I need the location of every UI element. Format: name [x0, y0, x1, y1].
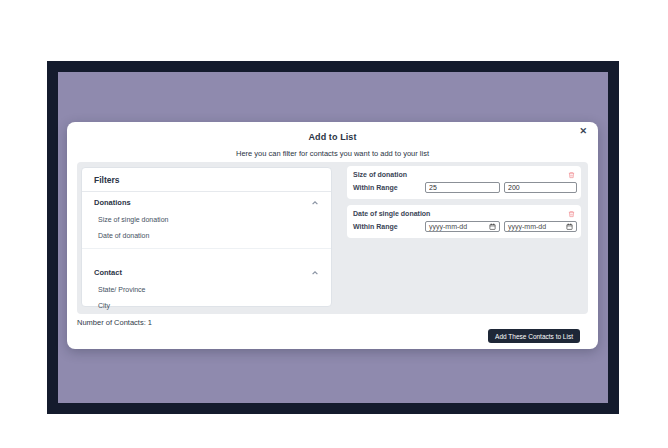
contact-count-text: Number of Contacts: 1 [77, 318, 152, 327]
date-to-input[interactable]: yyyy-mm-dd [504, 221, 577, 232]
date-placeholder: yyyy-mm-dd [429, 223, 467, 230]
active-filter-size-of-donation: Size of donation Within Range [347, 166, 581, 199]
filter-section-donations[interactable]: Donations [82, 198, 331, 207]
close-icon[interactable]: ✕ [579, 127, 587, 136]
delete-filter-button[interactable] [568, 210, 575, 218]
section-divider [82, 248, 331, 249]
section-label: Donations [94, 198, 131, 207]
add-contacts-button[interactable]: Add These Contacts to List [488, 329, 580, 343]
section-label: Contact [94, 268, 122, 277]
filter-item-state-province[interactable]: State/ Province [82, 286, 331, 293]
filters-heading: Filters [82, 168, 331, 192]
calendar-icon[interactable] [489, 223, 496, 230]
date-placeholder: yyyy-mm-dd [508, 223, 546, 230]
trash-icon [568, 171, 575, 179]
trash-icon [568, 210, 575, 218]
within-range-label: Within Range [353, 223, 398, 230]
filters-content-area: Filters Donations Size of single donatio… [77, 162, 588, 314]
modal-subtitle: Here you can filter for contacts you wan… [67, 149, 598, 158]
range-max-input[interactable] [504, 182, 577, 193]
calendar-icon[interactable] [566, 223, 573, 230]
filter-item-city[interactable]: City [82, 302, 331, 309]
active-filter-date-of-single-donation: Date of single donation Within Range yyy… [347, 205, 581, 238]
chevron-up-icon[interactable] [312, 200, 318, 206]
add-to-list-modal: ✕ Add to List Here you can filter for co… [67, 122, 598, 349]
date-from-input[interactable]: yyyy-mm-dd [425, 221, 500, 232]
range-min-input[interactable] [425, 182, 500, 193]
within-range-label: Within Range [353, 184, 398, 191]
active-filter-title: Size of donation [353, 171, 407, 178]
filter-item-size-of-single-donation[interactable]: Size of single donation [82, 216, 331, 223]
modal-title: Add to List [67, 122, 598, 142]
filter-item-date-of-donation[interactable]: Date of donation [82, 232, 331, 239]
active-filter-title: Date of single donation [353, 210, 430, 217]
filters-panel: Filters Donations Size of single donatio… [81, 167, 332, 307]
chevron-up-icon[interactable] [312, 270, 318, 276]
filter-section-contact[interactable]: Contact [82, 268, 331, 277]
delete-filter-button[interactable] [568, 171, 575, 179]
